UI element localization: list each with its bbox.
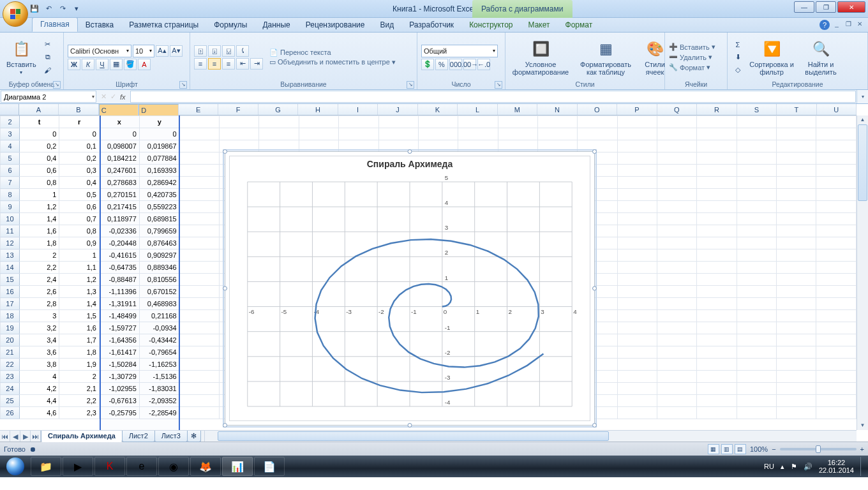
cell[interactable]: -1,61417	[99, 346, 139, 359]
cell[interactable]: 0,4	[19, 152, 59, 165]
indent-increase-icon[interactable]: ⇥	[250, 58, 263, 70]
cell[interactable]	[697, 201, 737, 213]
cell[interactable]	[816, 213, 857, 225]
cell[interactable]: 0,5	[59, 189, 100, 201]
cell[interactable]	[179, 213, 219, 225]
cell[interactable]	[179, 407, 219, 419]
cell[interactable]	[378, 128, 418, 140]
cell[interactable]	[339, 140, 378, 152]
format-cells-button[interactable]: 🔧Формат ▾	[669, 63, 723, 71]
cell[interactable]	[657, 177, 697, 189]
cell[interactable]	[617, 201, 657, 213]
row-header[interactable]: 5	[1, 152, 20, 165]
cell[interactable]	[777, 165, 816, 177]
cell[interactable]: 1,3	[59, 286, 100, 298]
cell[interactable]	[737, 177, 776, 189]
resize-handle[interactable]	[408, 423, 412, 427]
percent-format-icon[interactable]: %	[435, 59, 448, 70]
cell[interactable]: 0,909297	[139, 249, 179, 262]
cell[interactable]: -0,43442	[139, 334, 179, 346]
cell[interactable]	[578, 116, 617, 128]
cell[interactable]	[816, 262, 857, 274]
cell[interactable]: -1,59727	[99, 322, 139, 334]
row-header[interactable]: 23	[1, 371, 20, 383]
row-header[interactable]: 10	[1, 213, 20, 225]
accept-formula-icon[interactable]: ✓	[110, 93, 116, 101]
tab-chart-layout[interactable]: Макет	[521, 19, 558, 32]
cell[interactable]	[617, 213, 657, 225]
cell[interactable]	[179, 395, 219, 407]
cell[interactable]: 1,2	[19, 201, 59, 213]
cell[interactable]	[737, 213, 776, 225]
cell[interactable]: 0,810556	[139, 274, 179, 286]
cell[interactable]	[617, 371, 657, 383]
cells-grid[interactable]: 2trxy3000040,20,10,0980070,01986750,40,2…	[0, 115, 857, 430]
cell[interactable]	[777, 359, 816, 371]
cell[interactable]: 0,6	[59, 201, 100, 213]
cell[interactable]: 2,2	[59, 395, 100, 407]
column-header-L[interactable]: L	[458, 104, 497, 115]
cell[interactable]: t	[19, 116, 59, 128]
cell[interactable]	[657, 359, 697, 371]
row-header[interactable]: 4	[1, 140, 20, 152]
cell[interactable]	[179, 189, 219, 201]
cell[interactable]: 0,118977	[99, 213, 139, 225]
cell[interactable]	[617, 298, 657, 310]
mdi-close[interactable]: ✕	[855, 20, 864, 27]
cell[interactable]: 0,420735	[139, 189, 179, 201]
cell[interactable]	[657, 262, 697, 274]
cell[interactable]	[737, 286, 776, 298]
cell[interactable]	[458, 116, 498, 128]
column-header-P[interactable]: P	[617, 104, 657, 115]
cell[interactable]	[657, 298, 697, 310]
cell[interactable]	[617, 128, 657, 140]
cell[interactable]: 0,270151	[99, 189, 139, 201]
cell[interactable]	[777, 334, 816, 346]
cell[interactable]	[179, 334, 219, 346]
cell[interactable]	[737, 359, 776, 371]
cell[interactable]	[697, 407, 737, 419]
cell[interactable]	[657, 286, 697, 298]
cell[interactable]	[498, 128, 537, 140]
cell[interactable]: 1	[19, 189, 59, 201]
cell[interactable]: 0,670152	[139, 286, 179, 298]
tab-view[interactable]: Вид	[372, 19, 401, 32]
cell[interactable]	[816, 407, 857, 419]
macro-record-icon[interactable]: ⏺	[29, 445, 36, 453]
cell[interactable]	[697, 213, 737, 225]
cell[interactable]	[737, 346, 776, 359]
cell[interactable]	[179, 298, 219, 310]
cell[interactable]: 2,1	[59, 383, 100, 395]
cell[interactable]	[617, 395, 657, 407]
cell[interactable]	[617, 237, 657, 249]
office-button[interactable]	[3, 1, 28, 27]
name-box[interactable]: Диаграмма 2▾	[1, 91, 96, 103]
cell[interactable]	[737, 140, 776, 152]
cell[interactable]	[737, 371, 776, 383]
cell[interactable]	[737, 395, 776, 407]
cell[interactable]: 2	[19, 249, 59, 262]
cell[interactable]	[777, 237, 816, 249]
cell[interactable]	[816, 334, 857, 346]
cell[interactable]	[179, 140, 219, 152]
cell[interactable]: y	[139, 116, 179, 128]
cell[interactable]: 0,4	[59, 177, 100, 189]
cell[interactable]	[816, 298, 857, 310]
merge-center-button[interactable]: ▭Объединить и поместить в центре ▾	[269, 58, 396, 66]
column-header-H[interactable]: H	[298, 104, 338, 115]
cell[interactable]	[816, 189, 857, 201]
column-header-J[interactable]: J	[378, 104, 417, 115]
cell[interactable]	[578, 140, 617, 152]
format-as-table-button[interactable]: ▦Форматировать как таблицу	[574, 38, 637, 77]
cell[interactable]	[697, 225, 737, 237]
row-header[interactable]: 6	[1, 165, 20, 177]
resize-handle[interactable]	[592, 286, 597, 291]
cell[interactable]: 2,2	[19, 262, 59, 274]
scroll-thumb[interactable]	[858, 124, 867, 201]
align-top-icon[interactable]: ⍐	[194, 45, 207, 57]
cell[interactable]	[777, 201, 816, 213]
cell[interactable]	[299, 128, 338, 140]
taskbar-app-explorer[interactable]: 📁	[31, 457, 61, 476]
align-bottom-icon[interactable]: ⍌	[222, 45, 235, 57]
cell[interactable]: 1,8	[19, 237, 59, 249]
